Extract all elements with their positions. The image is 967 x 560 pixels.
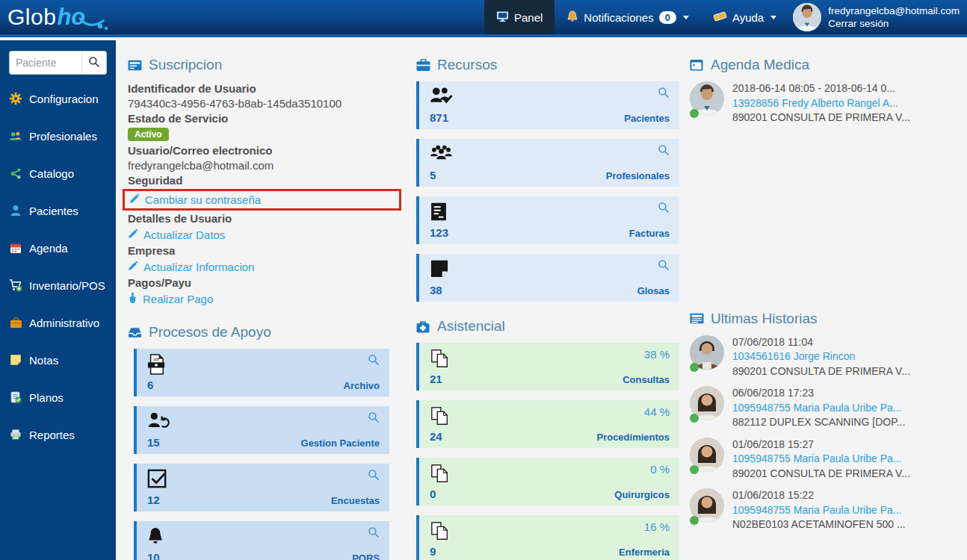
- card-label: Enfermeria: [619, 547, 670, 558]
- card-gestion-paciente[interactable]: 15 Gestion Paciente: [134, 406, 389, 454]
- checkbox-icon: [147, 469, 167, 491]
- sidebar-item-label: Profesionales: [29, 130, 97, 143]
- people-icon: [9, 129, 22, 143]
- status-dot: [690, 363, 699, 372]
- sidebar-item-planos[interactable]: Planos: [9, 390, 107, 405]
- section-title-text: Asistencial: [437, 318, 505, 335]
- history-datetime: 01/06/2018 15:27: [732, 438, 910, 452]
- pay-link[interactable]: Realizar Pago: [128, 290, 406, 308]
- sidebar-item-configuracion[interactable]: Configuracion: [9, 91, 107, 106]
- patients-check-icon: [430, 87, 453, 108]
- card-count: 6: [147, 379, 153, 391]
- card-consultas[interactable]: 21 38 % Consultas: [416, 343, 679, 391]
- search-icon[interactable]: [658, 202, 670, 217]
- agenda-entry: 2018-06-14 08:05 - 2018-06-14 0... 13928…: [690, 81, 955, 125]
- card-count: 0: [430, 488, 436, 500]
- sidebar-item-reportes[interactable]: Reportes: [9, 427, 107, 442]
- user-avatar[interactable]: [793, 3, 821, 31]
- nav-panel[interactable]: Panel: [484, 0, 554, 34]
- service-state-label: Estado de Servicio: [128, 111, 406, 126]
- card-label: Gestion Paciente: [301, 438, 380, 449]
- search-icon[interactable]: [658, 259, 670, 274]
- molecule-icon: [9, 167, 22, 180]
- card-pqrs[interactable]: 10 PQRS: [134, 521, 389, 560]
- card-procedimientos[interactable]: 24 44 % Procedimientos: [416, 400, 679, 448]
- logout-link[interactable]: Cerrar sesión: [828, 17, 960, 30]
- section-title-text: Suscripcion: [149, 57, 222, 73]
- update-data-link[interactable]: Actualizar Datos: [128, 226, 406, 243]
- cart-plus-icon: [9, 279, 22, 292]
- user-id-label: Identificador de Usuario: [128, 81, 406, 96]
- nav-notifications[interactable]: Notificaciones 0: [554, 0, 701, 34]
- briefcase-icon: [9, 316, 22, 329]
- card-quirurgicos[interactable]: 0 0 % Quirurgicos: [416, 458, 679, 505]
- logo-text-glob: Glob: [7, 4, 56, 30]
- sidebar-item-administrativo[interactable]: Administrativo: [9, 315, 107, 330]
- nav-notifications-label: Notificaciones: [584, 11, 653, 24]
- nav-panel-label: Panel: [514, 11, 543, 24]
- annotation-highlight: Cambiar su contraseña: [123, 189, 401, 211]
- sidebar-item-pacientes[interactable]: Pacientes: [9, 203, 107, 218]
- card-enfermeria[interactable]: 9 16 % Enfermeria: [416, 515, 679, 560]
- search-input[interactable]: [9, 51, 81, 75]
- top-navigation: Panel Notificaciones 0 Ayuda fredyrangel…: [484, 0, 967, 34]
- sidebar-item-label: Notas: [29, 354, 58, 367]
- payments-label: Pagos/Payu: [128, 276, 406, 290]
- company-label: Empresa: [128, 243, 406, 258]
- search-icon[interactable]: [658, 144, 670, 159]
- newspaper-icon: [690, 312, 704, 325]
- search-icon[interactable]: [368, 526, 380, 541]
- patient-link[interactable]: 1095948755 Maria Paula Uribe Pa...: [732, 503, 906, 518]
- card-facturas[interactable]: 123 Facturas: [416, 196, 679, 244]
- sidebar-item-profesionales[interactable]: Profesionales: [9, 128, 107, 143]
- patient-link[interactable]: 1034561616 Jorge Rincon: [732, 349, 910, 364]
- sidebar-item-label: Pacientes: [29, 205, 78, 217]
- search-button[interactable]: [81, 51, 107, 75]
- monitor-icon: [496, 10, 509, 25]
- card-pacientes[interactable]: 871 Pacientes: [416, 81, 679, 129]
- patient-link[interactable]: 1095948755 Maria Paula Uribe Pa...: [732, 401, 905, 416]
- search-icon[interactable]: [368, 411, 380, 426]
- search-icon[interactable]: [368, 469, 380, 484]
- history-entry: 06/06/2018 17:23 1095948755 Maria Paula …: [690, 386, 955, 430]
- card-count: 9: [430, 545, 436, 558]
- card-archivo[interactable]: pdf 6 Archivo: [134, 349, 389, 396]
- history-datetime: 01/06/2018 15:22: [732, 488, 906, 503]
- nav-help-label: Ayuda: [732, 11, 764, 24]
- email-value: fredyrangelcba@hotmail.com: [128, 158, 406, 173]
- user-area: fredyrangelcba@hotmail.com Cerrar sesión: [788, 0, 967, 34]
- inbox-icon: [128, 326, 142, 339]
- sidebar-item-notas[interactable]: Notas: [9, 352, 107, 367]
- nav-help[interactable]: Ayuda: [701, 0, 788, 34]
- update-info-link[interactable]: Actualizar Informacion: [128, 258, 406, 276]
- card-profesionales[interactable]: 5 Profesionales: [416, 139, 679, 187]
- search-icon[interactable]: [368, 354, 380, 369]
- card-encuestas[interactable]: 12 Encuestas: [134, 464, 389, 511]
- resources-section-title: Recursos: [416, 57, 679, 73]
- user-email: fredyrangelcba@hotmail.com: [828, 4, 960, 17]
- user-details-label: Detalles de Usuario: [128, 211, 406, 226]
- card-label: Archivo: [344, 380, 380, 391]
- card-glosas[interactable]: 38 Glosas: [416, 254, 679, 302]
- change-password-link[interactable]: Cambiar su contraseña: [129, 191, 395, 208]
- sidebar-item-agenda[interactable]: Agenda: [9, 240, 107, 255]
- pencil-icon: [128, 258, 138, 276]
- hand-pay-icon: [128, 290, 138, 308]
- dashboard: Suscripcion Identificador de Usuario 794…: [116, 40, 967, 560]
- support-section: Procesos de Apoyo pdf 6 Archivo 15: [128, 324, 406, 560]
- patient-link[interactable]: 13928856 Fredy Alberto Rangel A...: [732, 96, 910, 111]
- card-count: 38: [430, 284, 442, 296]
- bell-icon: [566, 10, 578, 25]
- sidebar-item-catalogo[interactable]: Catalogo: [9, 166, 107, 181]
- status-dot: [690, 465, 699, 474]
- search-icon[interactable]: [658, 87, 670, 102]
- status-dot: [690, 109, 699, 118]
- card-percent: 44 %: [644, 405, 670, 418]
- card-percent: 16 %: [644, 520, 670, 533]
- pages-icon: [430, 463, 451, 487]
- sidebar-item-inventario-pos[interactable]: Inventario/POS: [9, 278, 107, 293]
- app-logo[interactable]: Globho: [0, 0, 111, 34]
- user-id-value: 794340c3-4956-4763-b8ab-145da3510100: [128, 96, 406, 111]
- agenda-datetime: 2018-06-14 08:05 - 2018-06-14 0...: [732, 81, 910, 96]
- patient-link[interactable]: 1095948755 Maria Paula Uribe Pa...: [732, 452, 910, 467]
